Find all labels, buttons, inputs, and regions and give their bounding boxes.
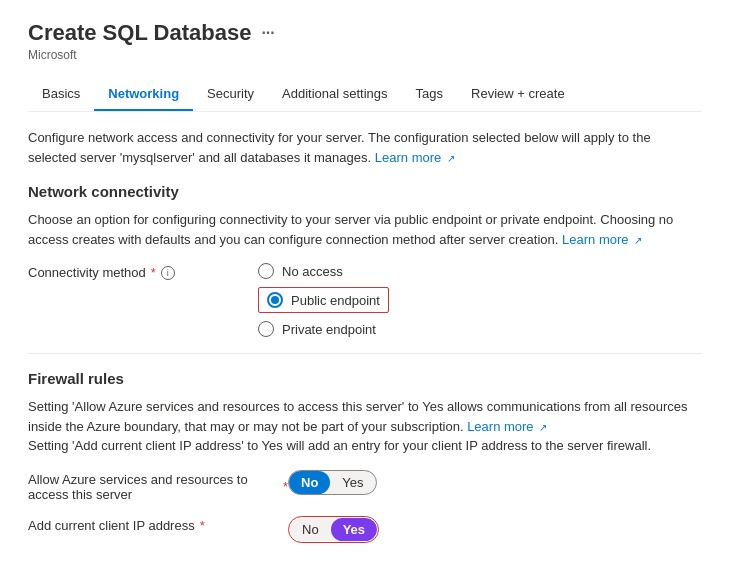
add-client-ip-toggle-outline: No Yes [288,516,379,543]
firewall-rules-section: Firewall rules Setting 'Allow Azure serv… [28,370,702,543]
tab-basics[interactable]: Basics [28,78,94,111]
tab-networking[interactable]: Networking [94,78,193,111]
radio-private-endpoint[interactable]: Private endpoint [258,321,389,337]
connectivity-radio-group: No access Public endpoint Private endpoi… [258,263,389,337]
info-icon[interactable]: i [161,266,175,280]
network-connectivity-title: Network connectivity [28,183,702,200]
radio-public-endpoint-label: Public endpoint [291,293,380,308]
page-subtitle: Microsoft [28,48,702,62]
tab-additional-settings[interactable]: Additional settings [268,78,402,111]
add-client-ip-yes-option[interactable]: Yes [331,518,377,541]
add-client-ip-label: Add current client IP address * [28,516,288,533]
allow-azure-toggle-container: No Yes [288,470,377,495]
networking-desc-text: Configure network access and connectivit… [28,130,651,165]
add-client-ip-row: Add current client IP address * No Yes [28,516,702,543]
firewall-description: Setting 'Allow Azure services and resour… [28,397,702,456]
allow-azure-label: Allow Azure services and resources to ac… [28,470,288,502]
firewall-rules-title: Firewall rules [28,370,702,387]
connectivity-method-row: Connectivity method * i No access Public [28,263,702,337]
page-header: Create SQL Database ··· Microsoft [28,20,702,62]
radio-public-endpoint[interactable]: Public endpoint [258,287,389,313]
connectivity-label-text: Connectivity method [28,265,146,280]
allow-azure-row: Allow Azure services and resources to ac… [28,470,702,502]
learn-more-3-label: Learn more [467,419,533,434]
add-client-ip-required: * [200,518,205,533]
add-client-ip-toggle-container: No Yes [288,516,379,543]
learn-more-2-label: Learn more [562,232,628,247]
tab-security[interactable]: Security [193,78,268,111]
radio-private-endpoint-input[interactable] [258,321,274,337]
external-link-icon-1: ↗ [447,151,455,166]
radio-no-access-label: No access [282,264,343,279]
radio-public-endpoint-input[interactable] [267,292,283,308]
radio-no-access-input[interactable] [258,263,274,279]
external-link-icon-2: ↗ [634,233,642,248]
tab-content-networking: Configure network access and connectivit… [28,112,702,543]
allow-azure-toggle[interactable]: No Yes [288,470,377,495]
learn-more-link-3[interactable]: Learn more ↗ [467,419,547,434]
tab-tags[interactable]: Tags [402,78,457,111]
firewall-desc2-text: Setting 'Add current client IP address' … [28,438,651,453]
allow-azure-yes-option[interactable]: Yes [330,471,375,494]
section-divider [28,353,702,354]
add-client-ip-toggle[interactable]: No Yes [290,518,377,541]
network-connectivity-section: Network connectivity Choose an option fo… [28,183,702,337]
add-client-ip-no-option[interactable]: No [290,518,331,541]
allow-azure-no-option[interactable]: No [289,471,330,494]
firewall-desc1-text: Setting 'Allow Azure services and resour… [28,399,688,434]
connectivity-method-label: Connectivity method * i [28,263,258,280]
page-title: Create SQL Database ··· [28,20,275,46]
tab-bar: Basics Networking Security Additional se… [28,78,702,112]
radio-no-access[interactable]: No access [258,263,389,279]
title-text: Create SQL Database [28,20,251,46]
network-connectivity-description: Choose an option for configuring connect… [28,210,702,249]
required-indicator: * [151,265,156,280]
public-endpoint-highlight: Public endpoint [258,287,389,313]
radio-private-endpoint-label: Private endpoint [282,322,376,337]
allow-azure-label-text: Allow Azure services and resources to ac… [28,472,278,502]
networking-description: Configure network access and connectivit… [28,128,702,167]
learn-more-link-1[interactable]: Learn more ↗ [375,150,455,165]
external-link-icon-3: ↗ [539,420,547,435]
learn-more-link-2[interactable]: Learn more ↗ [562,232,642,247]
tab-review-create[interactable]: Review + create [457,78,579,111]
ellipsis-menu[interactable]: ··· [261,24,274,42]
add-client-ip-label-text: Add current client IP address [28,518,195,533]
learn-more-1-label: Learn more [375,150,441,165]
